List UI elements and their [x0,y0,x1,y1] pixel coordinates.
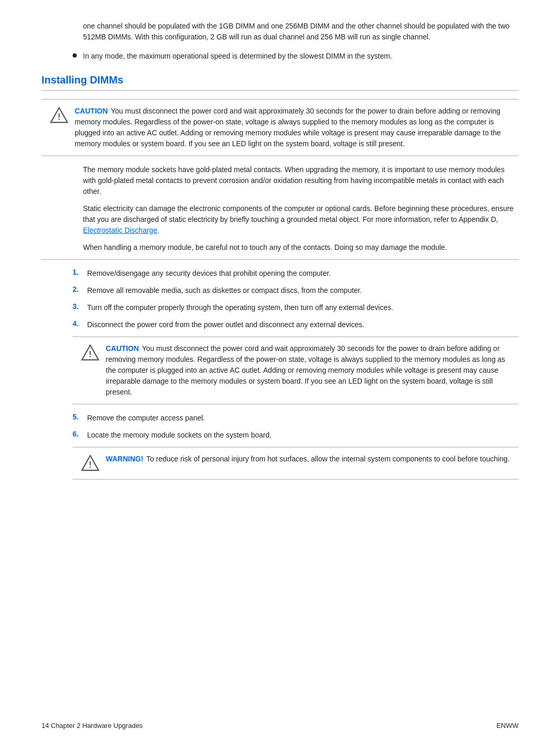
svg-text:!: ! [89,460,91,469]
section-title: Installing DIMMs [41,74,519,86]
caution-triangle-icon-2: ! [81,344,100,362]
svg-text:!: ! [58,113,60,121]
footer: 14 Chapter 2 Hardware Upgrades ENWW [41,722,519,729]
step-1-number: 1. [73,268,87,276]
paragraph-3: When handling a memory module, be carefu… [83,242,519,253]
caution-text-1: You must disconnect the power cord and w… [75,107,501,148]
step-5: 5. Remove the computer access panel. [73,413,519,424]
paragraph-2: Static electricity can damage the electr… [83,203,519,236]
bullet-item: In any mode, the maximum operational spe… [41,51,519,62]
step-1-text: Remove/disengage any security devices th… [87,268,331,279]
step-6-number: 6. [73,430,87,438]
caution-box-1: ! CAUTIONYou must disconnect the power c… [41,99,519,156]
bullet-text: In any mode, the maximum operational spe… [83,51,392,62]
footer-left: 14 Chapter 2 Hardware Upgrades [41,722,143,729]
paragraph-2-text-before: Static electricity can damage the electr… [83,204,513,223]
bullet-dot-icon [73,53,77,58]
warning-content: WARNING!To reduce risk of personal injur… [106,454,510,465]
step-6: 6. Locate the memory module sockets on t… [73,430,519,441]
warning-text: To reduce risk of personal injury from h… [146,455,509,463]
caution-content-1: CAUTIONYou must disconnect the power cor… [75,106,510,149]
step-3-number: 3. [73,302,87,311]
step-4-number: 4. [73,319,87,328]
warning-box: ! WARNING!To reduce risk of personal inj… [73,447,519,480]
caution-label-2: CAUTION [106,344,139,353]
steps-list-2: 5. Remove the computer access panel. 6. … [41,413,519,441]
step-5-text: Remove the computer access panel. [87,413,205,424]
step-1: 1. Remove/disengage any security devices… [73,268,519,279]
step-6-text: Locate the memory module sockets on the … [87,430,272,441]
step-2-text: Remove all removable media, such as disk… [87,285,362,296]
electrostatic-discharge-link[interactable]: Electrostatic Discharge [83,226,157,234]
svg-text:!: ! [89,350,91,359]
footer-right: ENWW [496,722,519,729]
paragraph-2-text-after: . [157,226,159,234]
caution-label-1: CAUTION [75,107,108,115]
intro-paragraph: one channel should be populated with the… [41,21,519,43]
warning-triangle-icon: ! [81,455,100,473]
step-2: 2. Remove all removable media, such as d… [73,285,519,296]
step-4-text: Disconnect the power cord from the power… [87,319,365,330]
steps-list: 1. Remove/disengage any security devices… [41,268,519,330]
step-3-text: Turn off the computer properly through t… [87,302,393,313]
step-3: 3. Turn off the computer properly throug… [73,302,519,313]
step-4: 4. Disconnect the power cord from the po… [73,319,519,330]
caution-box-2: ! CAUTIONYou must disconnect the power c… [73,336,519,404]
caution-triangle-icon-1: ! [50,107,68,125]
step-5-number: 5. [73,413,87,421]
step-2-number: 2. [73,285,87,293]
caution-content-2: CAUTIONYou must disconnect the power cor… [106,343,510,398]
warning-label: WARNING! [106,455,143,463]
caution-text-2: You must disconnect the power cord and w… [106,344,505,396]
section-divider [41,90,519,91]
paragraph-1: The memory module sockets have gold-plat… [83,164,519,197]
caution-section-divider-bottom [41,259,519,260]
